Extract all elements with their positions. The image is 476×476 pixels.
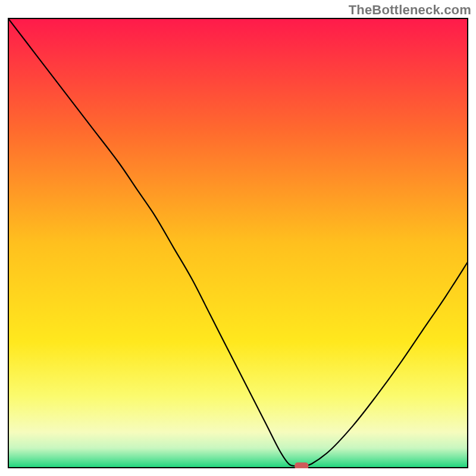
attribution-watermark: TheBottleneck.com	[349, 2, 471, 18]
chart-svg	[8, 18, 468, 468]
optimum-marker	[295, 462, 308, 468]
plot-area	[8, 18, 468, 468]
bottleneck-chart: TheBottleneck.com	[0, 0, 476, 476]
chart-background	[8, 18, 468, 468]
